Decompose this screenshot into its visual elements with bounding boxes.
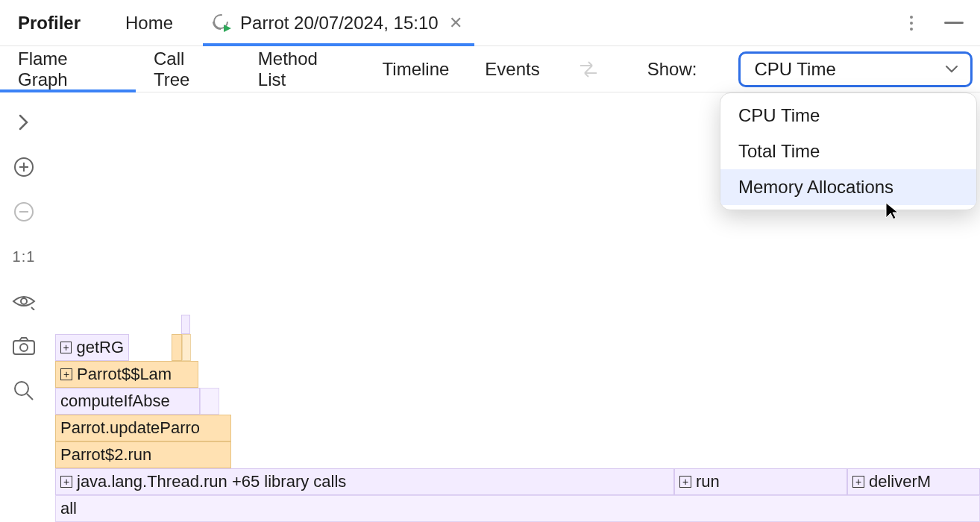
flame-frame-label: Parrot.updateParro: [60, 418, 200, 438]
flame-frame[interactable]: + java.lang.Thread.run +65 library calls: [55, 468, 674, 495]
show-select[interactable]: CPU Time: [738, 51, 973, 87]
tab-timeline-label: Timeline: [383, 59, 450, 80]
flame-frame-label: run: [696, 472, 720, 491]
top-tab-home[interactable]: Home: [116, 0, 182, 45]
show-label: Show:: [647, 59, 697, 80]
expand-icon[interactable]: +: [679, 476, 691, 488]
tab-flame-graph[interactable]: Flame Graph: [18, 46, 118, 92]
actual-size-button[interactable]: 1:1: [10, 243, 37, 270]
flame-frame[interactable]: [182, 334, 191, 361]
expand-icon[interactable]: +: [60, 368, 72, 380]
zoom-in-icon[interactable]: [10, 154, 37, 180]
flame-frame[interactable]: + Parrot$$Lam: [55, 361, 198, 388]
flame-frame-label: Parrot$2.run: [60, 445, 151, 465]
flame-frame[interactable]: + deliverM: [847, 468, 980, 495]
cursor-icon: [885, 201, 899, 224]
header-right-controls: [904, 16, 971, 31]
tab-events[interactable]: Events: [485, 46, 539, 92]
secondary-toolbar: Flame Graph Call Tree Method List Timeli…: [0, 46, 980, 92]
eye-icon[interactable]: [10, 288, 37, 315]
flame-frame[interactable]: [181, 315, 190, 334]
tab-call-tree-label: Call Tree: [154, 48, 222, 90]
swap-icon[interactable]: [576, 60, 601, 79]
kebab-menu-icon[interactable]: [904, 16, 919, 31]
show-dropdown: CPU Time Total Time Memory Allocations: [720, 92, 977, 210]
flame-frame-root[interactable]: all: [55, 495, 980, 522]
camera-icon[interactable]: [10, 333, 37, 359]
flame-frame-label: getRG: [76, 338, 124, 357]
flame-frame[interactable]: [172, 334, 182, 361]
tab-call-tree[interactable]: Call Tree: [154, 46, 222, 92]
svg-rect-5: [13, 341, 34, 354]
svg-point-4: [21, 298, 27, 304]
show-option-memory-allocations[interactable]: Memory Allocations: [720, 169, 976, 205]
svg-point-7: [15, 382, 28, 395]
top-tab-parrot-label: Parrot 20/07/2024, 15:10: [240, 13, 439, 34]
tab-method-list-label: Method List: [258, 48, 347, 90]
expand-icon[interactable]: +: [60, 476, 72, 488]
flame-frame-label: java.lang.Thread.run +65 library calls: [77, 472, 346, 491]
top-tab-parrot[interactable]: Parrot 20/07/2024, 15:10 ✕: [203, 0, 474, 45]
flame-frame[interactable]: [200, 388, 219, 415]
flame-frame-label: Parrot$$Lam: [77, 365, 172, 384]
chevron-right-icon[interactable]: [10, 109, 37, 136]
search-icon[interactable]: [10, 377, 37, 404]
svg-point-6: [20, 344, 28, 351]
zoom-out-icon[interactable]: [10, 198, 37, 225]
tab-method-list[interactable]: Method List: [258, 46, 347, 92]
flame-frame-label: deliverM: [869, 472, 931, 491]
flame-frame-label: all: [60, 499, 77, 518]
flame-frame[interactable]: + run: [674, 468, 847, 495]
flame-frame[interactable]: Parrot$2.run: [55, 441, 231, 468]
close-icon[interactable]: ✕: [446, 10, 465, 36]
flame-frame-label: computeIfAbse: [60, 392, 170, 411]
tab-flame-graph-label: Flame Graph: [18, 48, 118, 90]
chevron-down-icon: [945, 65, 958, 74]
top-header: Profiler Home Parrot 20/07/2024, 15:10 ✕: [0, 0, 980, 46]
flame-graph-area[interactable]: + getRG + Parrot$$Lam computeIfAbse Parr…: [55, 306, 980, 522]
run-config-icon: [212, 13, 233, 34]
expand-icon[interactable]: +: [852, 476, 864, 488]
svg-marker-1: [224, 25, 231, 32]
minimize-icon[interactable]: [944, 22, 964, 24]
tab-events-label: Events: [485, 59, 539, 80]
top-tab-home-label: Home: [125, 13, 173, 34]
flame-frame[interactable]: + getRG: [55, 334, 129, 361]
show-select-value: CPU Time: [754, 59, 835, 80]
profiler-title: Profiler: [18, 13, 81, 34]
tab-timeline[interactable]: Timeline: [383, 46, 450, 92]
flame-frame[interactable]: computeIfAbse: [55, 388, 200, 415]
expand-icon[interactable]: +: [60, 342, 72, 353]
flame-frame[interactable]: Parrot.updateParro: [55, 415, 231, 441]
show-option-total-time[interactable]: Total Time: [720, 133, 976, 169]
show-option-cpu-time[interactable]: CPU Time: [720, 98, 976, 133]
left-rail: 1:1: [0, 92, 48, 522]
